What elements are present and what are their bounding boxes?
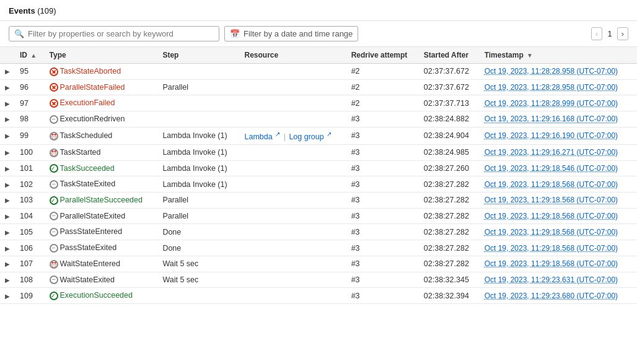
page-number: 1: [607, 29, 612, 38]
cell-started: 02:38:27.260: [419, 160, 480, 176]
cell-step: Lambda Invoke (1): [157, 160, 239, 176]
cell-resource: [240, 64, 346, 80]
cell-type: ExecutionFailed: [45, 95, 158, 111]
type-link[interactable]: ExecutionSucceeded: [60, 291, 133, 300]
cell-resource: [240, 79, 346, 95]
cell-timestamp[interactable]: Oct 19, 2023, 11:28:28.999 (UTC-07:00): [480, 95, 637, 111]
table-row: ▶107WaitStateEnteredWait 5 sec#302:38:27…: [0, 256, 637, 272]
lambda-link[interactable]: Lambda ↗: [245, 132, 281, 141]
cell-timestamp[interactable]: Oct 19, 2023, 11:29:18.546 (UTC-07:00): [480, 160, 637, 176]
cell-step: Lambda Invoke (1): [157, 144, 239, 160]
type-label: TaskScheduled: [60, 131, 113, 140]
cell-timestamp[interactable]: Oct 19, 2023, 11:29:16.190 (UTC-07:00): [480, 127, 637, 144]
table-row: ▶100TaskStartedLambda Invoke (1)#302:38:…: [0, 144, 637, 160]
next-page-button[interactable]: ›: [617, 27, 628, 40]
cell-step: Lambda Invoke (1): [157, 176, 239, 193]
dash-icon: [50, 115, 58, 124]
cell-resource: [240, 144, 346, 160]
cell-timestamp[interactable]: Oct 19, 2023, 11:29:18.568 (UTC-07:00): [480, 193, 637, 209]
row-expand-icon[interactable]: ▶: [5, 261, 10, 267]
row-expand-icon[interactable]: ▶: [5, 197, 10, 204]
cell-step: Done: [157, 240, 239, 256]
row-expand-icon[interactable]: ▶: [5, 132, 10, 139]
cell-step: Parallel: [157, 79, 239, 95]
row-expand-icon[interactable]: ▶: [5, 213, 10, 220]
dash-icon: [50, 212, 58, 220]
row-expand-icon[interactable]: ▶: [5, 229, 10, 236]
row-expand-icon[interactable]: ▶: [5, 181, 10, 188]
table-header: ID ▲ Type Step Resource Redrive attempt …: [0, 47, 637, 64]
table-row: ▶109ExecutionSucceeded#302:38:32.394Oct …: [0, 288, 637, 304]
cell-timestamp[interactable]: Oct 19, 2023, 11:29:18.568 (UTC-07:00): [480, 240, 637, 256]
log-group-link[interactable]: Log group ↗: [289, 132, 332, 141]
cell-timestamp[interactable]: Oct 19, 2023, 11:29:23.631 (UTC-07:00): [480, 272, 637, 288]
cell-started: 02:37:37.713: [419, 95, 480, 111]
type-link[interactable]: ParallelStateFailed: [60, 83, 125, 92]
cell-resource: [240, 95, 346, 111]
cell-type: ExecutionSucceeded: [45, 288, 158, 304]
row-expand-icon[interactable]: ▶: [5, 116, 10, 123]
cell-step: [157, 95, 239, 111]
cell-started: 02:38:27.282: [419, 224, 480, 240]
cell-redrive: #3: [346, 144, 419, 160]
error-icon: [50, 83, 58, 92]
type-link[interactable]: TaskStateAborted: [60, 67, 121, 76]
table-row: ▶105PassStateEnteredDone#302:38:27.282Oc…: [0, 224, 637, 240]
cell-type: WaitStateEntered: [45, 256, 158, 272]
cell-resource: [240, 160, 346, 176]
cell-redrive: #2: [346, 95, 419, 111]
prev-page-button[interactable]: ‹: [591, 27, 602, 40]
table-row: ▶99TaskScheduledLambda Invoke (1)Lambda …: [0, 127, 637, 144]
cell-type: ParallelStateExited: [45, 208, 158, 224]
row-expand-icon[interactable]: ▶: [5, 293, 10, 300]
table-row: ▶101TaskSucceededLambda Invoke (1)#302:3…: [0, 160, 637, 176]
cell-type: TaskStarted: [45, 144, 158, 160]
row-expand-icon[interactable]: ▶: [5, 277, 10, 284]
table-body: ▶95TaskStateAborted#202:37:37.672Oct 19,…: [0, 64, 637, 304]
events-table: ID ▲ Type Step Resource Redrive attempt …: [0, 47, 637, 304]
row-expand-icon[interactable]: ▶: [5, 84, 10, 91]
error-icon: [50, 99, 58, 108]
cell-type: TaskScheduled: [45, 127, 158, 144]
search-box[interactable]: 🔍: [9, 26, 219, 41]
table-row: ▶103ParallelStateSucceededParallel#302:3…: [0, 193, 637, 209]
cell-timestamp[interactable]: Oct 19, 2023, 11:29:18.568 (UTC-07:00): [480, 176, 637, 193]
cell-step: Parallel: [157, 208, 239, 224]
row-expand-icon[interactable]: ▶: [5, 68, 10, 75]
search-input[interactable]: [28, 29, 214, 38]
cell-id: 107: [15, 256, 45, 272]
row-expand-icon[interactable]: ▶: [5, 165, 10, 172]
cell-type: PassStateExited: [45, 240, 158, 256]
cell-resource: [240, 224, 346, 240]
cell-timestamp[interactable]: Oct 19, 2023, 11:29:23.680 (UTC-07:00): [480, 288, 637, 304]
cell-timestamp[interactable]: Oct 19, 2023, 11:28:28.958 (UTC-07:00): [480, 79, 637, 95]
row-expand-icon[interactable]: ▶: [5, 245, 10, 252]
type-link[interactable]: ExecutionFailed: [60, 98, 115, 107]
date-filter[interactable]: 📅 Filter by a date and time range: [224, 26, 358, 41]
col-id[interactable]: ID ▲: [15, 47, 45, 64]
cell-timestamp[interactable]: Oct 19, 2023, 11:29:18.568 (UTC-07:00): [480, 208, 637, 224]
type-link[interactable]: TaskSucceeded: [60, 164, 115, 173]
toolbar: 🔍 📅 Filter by a date and time range ‹ 1 …: [0, 21, 637, 47]
cell-timestamp[interactable]: Oct 19, 2023, 11:29:16.168 (UTC-07:00): [480, 111, 637, 128]
cell-id: 109: [15, 288, 45, 304]
success-icon: [50, 196, 58, 205]
type-label: WaitStateExited: [60, 275, 115, 284]
cell-step: Parallel: [157, 193, 239, 209]
clock-icon: [50, 132, 58, 141]
cell-redrive: #3: [346, 272, 419, 288]
cell-id: 102: [15, 176, 45, 193]
row-expand-icon[interactable]: ▶: [5, 100, 10, 107]
row-expand-icon[interactable]: ▶: [5, 149, 10, 156]
cell-timestamp[interactable]: Oct 19, 2023, 11:29:18.568 (UTC-07:00): [480, 256, 637, 272]
cell-timestamp[interactable]: Oct 19, 2023, 11:29:16.271 (UTC-07:00): [480, 144, 637, 160]
cell-id: 103: [15, 193, 45, 209]
type-link[interactable]: ParallelStateSucceeded: [60, 196, 143, 204]
separator: |: [284, 132, 286, 141]
cell-id: 97: [15, 95, 45, 111]
col-timestamp[interactable]: Timestamp ▼: [480, 47, 637, 64]
cell-timestamp[interactable]: Oct 19, 2023, 11:29:18.568 (UTC-07:00): [480, 224, 637, 240]
calendar-icon: 📅: [230, 29, 240, 38]
cell-redrive: #3: [346, 256, 419, 272]
cell-timestamp[interactable]: Oct 19, 2023, 11:28:28.958 (UTC-07:00): [480, 64, 637, 80]
